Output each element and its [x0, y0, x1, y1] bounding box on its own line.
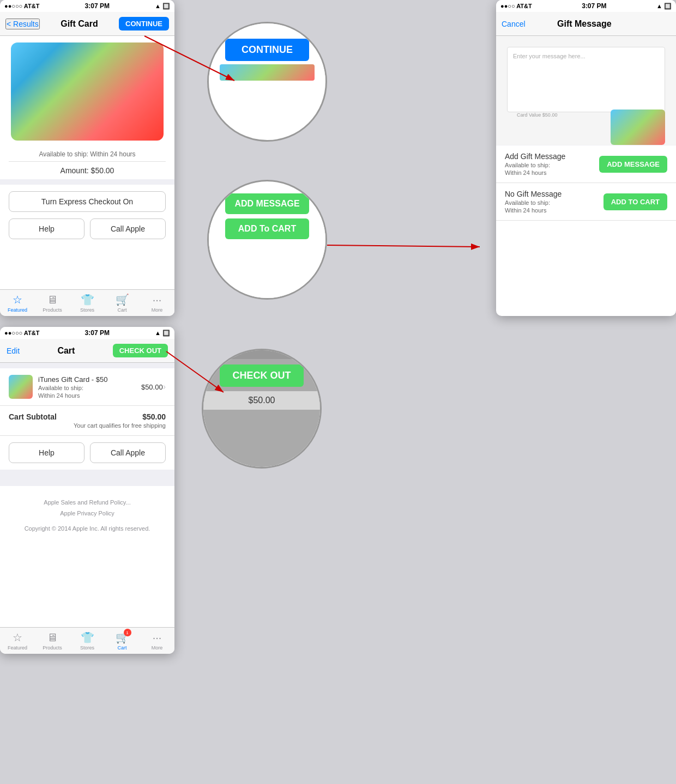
cart-nav: Edit Cart CHECK OUT [0, 339, 174, 363]
nav-title-1: Gift Card [61, 19, 98, 29]
zoom3-price: $50.00 [203, 391, 320, 410]
zoom2-add-to-cart-btn[interactable]: ADD To CART [225, 218, 309, 239]
status-bar-1: ●●○○○ AT&T 3:07 PM ▲ 🔲 [0, 0, 174, 12]
zoom2-add-message-btn[interactable]: ADD MESSAGE [225, 193, 309, 214]
carrier-1: ●●○○○ AT&T [4, 3, 39, 9]
chevron-icon: › [163, 382, 166, 392]
tab-stores-2[interactable]: 👕 Stores [70, 631, 105, 651]
card-value-label: Card Value $50.00 [517, 112, 557, 118]
message-placeholder: Enter your message here... [513, 53, 586, 59]
zoom1-status: ▲ 🔲 ▬ [209, 28, 325, 35]
battery-1: ▲ 🔲 [155, 3, 170, 10]
tab-bar-1: ☆ Featured 🖥 Products 👕 Stores 🛒 Cart ··… [0, 289, 174, 316]
back-button-1[interactable]: < Results [5, 19, 40, 29]
tab-label-products-2: Products [43, 645, 62, 651]
tab-bar-2: ☆ Featured 🖥 Products 👕 Stores 🛒 1 Cart … [0, 627, 174, 654]
footer-text-2: Apple Privacy Policy [9, 508, 166, 519]
tab-label-more: More [152, 307, 163, 313]
call-apple-button-2[interactable]: Call Apple [90, 442, 166, 463]
message-card-area: Enter your message here... [507, 47, 665, 112]
status-bar-3: ●●○○ AT&T 3:07 PM ▲ 🔲 [496, 0, 676, 12]
products-icon-2: 🖥 [47, 631, 58, 644]
tab-more-1[interactable]: ··· More [140, 294, 174, 313]
cart-item-price: $50.00 [141, 383, 163, 391]
tab-more-2[interactable]: ··· More [140, 631, 174, 651]
tab-cart-1[interactable]: 🛒 Cart [105, 293, 140, 313]
zoom3-checkout-btn[interactable]: CHECK OUT [220, 364, 304, 387]
cart-item-title: iTunes Gift Card - $50 [38, 375, 136, 384]
checkout-button[interactable]: CHECK OUT [113, 344, 168, 357]
tab-label-products: Products [43, 307, 62, 313]
tab-label-stores-2: Stores [80, 645, 94, 651]
footer-text-1: Apple Sales and Refund Policy... [9, 497, 166, 508]
zoom-circle-checkout: ▲ 🔲 ▬ CHECK OUT $50.00 [202, 349, 322, 469]
call-apple-button-1[interactable]: Call Apple [90, 218, 166, 239]
zoom-circle-add-to-cart: ADD MESSAGE ADD To CART [207, 180, 327, 300]
phone2-cart: ●●○○○ AT&T 3:07 PM ▲ 🔲 Edit Cart CHECK O… [0, 327, 174, 654]
phone1-gift-card: ●●○○○ AT&T 3:07 PM ▲ 🔲 < Results Gift Ca… [0, 0, 174, 316]
status-bar-2: ●●○○○ AT&T 3:07 PM ▲ 🔲 [0, 327, 174, 339]
featured-icon-2: ☆ [13, 631, 22, 644]
tab-label-more-2: More [152, 645, 163, 651]
gift-msg-item-1: Add Gift Message Available to ship: With… [496, 145, 676, 183]
express-checkout-button[interactable]: Turn Express Checkout On [9, 191, 166, 212]
zoom3-battery: ▬ [310, 352, 315, 357]
zoom1-bt-icon: 🔲 [307, 29, 313, 34]
tab-products-1[interactable]: 🖥 Products [35, 294, 70, 313]
gift-card-mini [611, 110, 665, 145]
tab-cart-2[interactable]: 🛒 1 Cart [105, 631, 140, 651]
zoom1-arrow-icon: ▲ [301, 29, 306, 34]
zoom1-card-strip [220, 64, 315, 81]
tab-products-2[interactable]: 🖥 Products [35, 631, 70, 651]
cart-badge: 1 [124, 629, 131, 636]
help-button-1[interactable]: Help [9, 218, 84, 239]
zoom1-continue-btn[interactable]: CONTINUE [225, 39, 309, 61]
time-3: 3:07 PM [582, 2, 606, 10]
tab-label-cart-2: Cart [117, 645, 126, 651]
amount-1: Amount: $50.00 [0, 162, 174, 179]
cart-item-info: iTunes Gift Card - $50 Available to ship… [33, 375, 141, 399]
ship-info-1: Available to ship: Within 24 hours [9, 147, 166, 162]
svg-line-2 [327, 245, 480, 247]
continue-button-1[interactable]: CONTINUE [119, 17, 169, 31]
tab-label-featured: Featured [8, 307, 27, 313]
cart-item-sub2: Within 24 hours [38, 392, 136, 399]
zoom1-battery: ▬ [315, 29, 320, 34]
gift-msg-sub2-1: Within 24 hours [505, 169, 599, 176]
gift-card-gradient [11, 42, 164, 141]
gift-message-list: Add Gift Message Available to ship: With… [496, 145, 676, 221]
tab-label-stores: Stores [80, 307, 94, 313]
add-message-button[interactable]: ADD MESSAGE [599, 156, 667, 173]
zoom-inner-continue: ▲ 🔲 ▬ CONTINUE [209, 23, 325, 140]
stores-icon: 👕 [81, 293, 94, 306]
gift-msg-sub2-2: Within 24 hours [505, 207, 603, 214]
tab-stores-1[interactable]: 👕 Stores [70, 293, 105, 313]
zoom-inner-checkout: ▲ 🔲 ▬ CHECK OUT $50.00 [203, 350, 320, 467]
gift-msg-title-2: No Gift Message [505, 190, 603, 198]
gift-msg-info-2: No Gift Message Available to ship: Withi… [505, 190, 603, 214]
cancel-button[interactable]: Cancel [502, 20, 526, 28]
cart-item-sub1: Available to ship: [38, 385, 136, 391]
battery-2: ▲ 🔲 [155, 330, 170, 337]
cart-icon: 🛒 [116, 294, 129, 306]
nav-bar-3: Cancel Gift Message [496, 12, 676, 36]
tab-featured-1[interactable]: ☆ Featured [0, 293, 35, 313]
phone3-gift-message: ●●○○ AT&T 3:07 PM ▲ 🔲 Cancel Gift Messag… [496, 0, 676, 316]
stores-icon-2: 👕 [81, 631, 94, 644]
add-to-cart-button-3[interactable]: ADD TO CART [603, 193, 667, 210]
help-button-2[interactable]: Help [9, 442, 84, 463]
footer-text-3: Copyright © 2014 Apple Inc. All rights r… [9, 523, 166, 534]
gift-msg-sub1-2: Available to ship: [505, 199, 603, 206]
edit-button[interactable]: Edit [7, 347, 20, 355]
gift-msg-info-1: Add Gift Message Available to ship: With… [505, 152, 599, 176]
tab-label-cart: Cart [117, 307, 126, 313]
zoom3-status: ▲ 🔲 ▬ [203, 350, 320, 359]
nav-bar-1: < Results Gift Card CONTINUE [0, 12, 174, 36]
tab-featured-2[interactable]: ☆ Featured [0, 631, 35, 651]
subtotal-note: Your cart qualifies for free shipping [9, 422, 166, 429]
tab-label-featured-2: Featured [8, 645, 27, 651]
gift-msg-item-2: No Gift Message Available to ship: Withi… [496, 183, 676, 221]
time-1: 3:07 PM [85, 2, 110, 10]
featured-icon: ☆ [13, 293, 22, 306]
zoom-inner-add-to-cart: ADD MESSAGE ADD To CART [209, 181, 325, 298]
